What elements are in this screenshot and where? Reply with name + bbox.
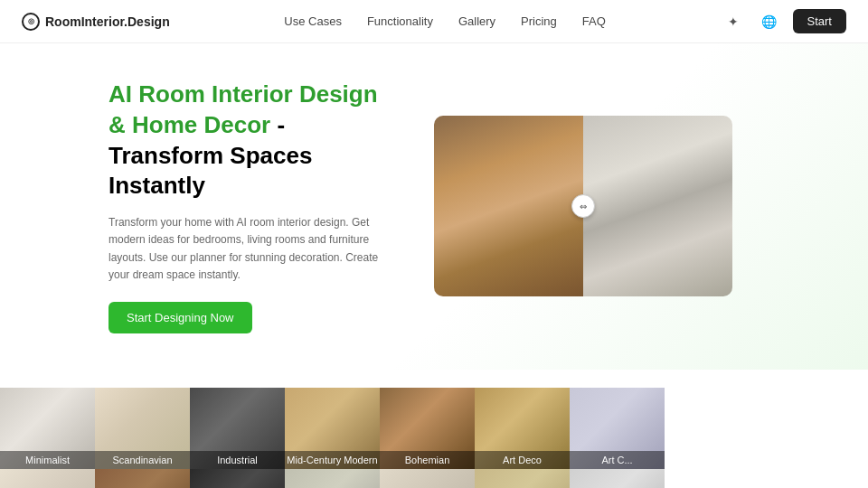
style-card-bg bbox=[190, 469, 285, 488]
style-card-bg bbox=[95, 469, 190, 488]
style-card-bg bbox=[285, 469, 380, 488]
theme-toggle-button[interactable]: ✦ bbox=[721, 9, 746, 34]
before-image bbox=[434, 116, 583, 296]
style-card-traditional[interactable]: Traditional bbox=[95, 469, 190, 488]
nav-functionality[interactable]: Functionality bbox=[367, 14, 433, 28]
navbar: ◎ RoomInterior.Design Use Cases Function… bbox=[0, 0, 868, 43]
style-label: Art Deco bbox=[475, 451, 570, 469]
style-label: Scandinavian bbox=[95, 451, 190, 469]
style-card-industrial[interactable]: Industrial bbox=[190, 388, 285, 469]
brand: ◎ RoomInterior.Design bbox=[22, 13, 170, 31]
nav-gallery[interactable]: Gallery bbox=[458, 14, 495, 28]
nav-pricing[interactable]: Pricing bbox=[521, 14, 557, 28]
nav-links: Use Cases Functionality Gallery Pricing … bbox=[284, 14, 606, 28]
hero-section: AI Room Interior Design & Home Decor - T… bbox=[0, 43, 868, 370]
nav-faq[interactable]: FAQ bbox=[582, 14, 606, 28]
style-label: Industrial bbox=[190, 451, 285, 469]
after-room bbox=[583, 116, 732, 296]
style-label: Mid-Century Modern bbox=[285, 451, 380, 469]
style-card-bg bbox=[475, 469, 570, 488]
style-card-minimalist[interactable]: Minimalist bbox=[0, 388, 95, 469]
style-card-bg bbox=[0, 469, 95, 488]
style-card-co[interactable]: Co... bbox=[570, 469, 665, 488]
style-card-scandinavian[interactable]: Scandinavian bbox=[95, 388, 190, 469]
hero-image-compare: ⇔ bbox=[434, 116, 732, 296]
style-card-farmhouse[interactable]: Farmhouse bbox=[0, 469, 95, 488]
style-card-bg bbox=[380, 469, 475, 488]
hero-title-green: AI Room Interior Design & Home Decor bbox=[108, 80, 378, 138]
styles-row-1: MinimalistScandinavianIndustrialMid-Cent… bbox=[0, 388, 868, 469]
brand-icon: ◎ bbox=[22, 13, 40, 31]
style-card-artdeco[interactable]: Art Deco bbox=[475, 388, 570, 469]
hero-description: Transform your home with AI room interio… bbox=[108, 214, 398, 284]
brand-name: RoomInterior.Design bbox=[45, 14, 170, 29]
style-card-midcenturymodern[interactable]: Mid-Century Modern bbox=[285, 388, 380, 469]
style-card-transitional[interactable]: Transitional bbox=[285, 469, 380, 488]
hero-text: AI Room Interior Design & Home Decor - T… bbox=[108, 80, 398, 333]
style-card-artc[interactable]: Art C... bbox=[570, 388, 665, 469]
start-button[interactable]: Start bbox=[793, 9, 846, 33]
style-label: Bohemian bbox=[380, 451, 475, 469]
styles-row-2: FarmhouseTraditionalModernTransitionalSh… bbox=[0, 469, 868, 488]
after-image bbox=[583, 116, 732, 296]
hero-cta-button[interactable]: Start Designing Now bbox=[108, 302, 252, 333]
style-card-japanesezen[interactable]: Japanese Zen bbox=[475, 469, 570, 488]
style-card-bg bbox=[570, 469, 665, 488]
style-card-shabbychic[interactable]: Shabby Chic bbox=[380, 469, 475, 488]
style-card-bohemian[interactable]: Bohemian bbox=[380, 388, 475, 469]
navbar-right: ✦ 🌐 Start bbox=[721, 9, 846, 34]
nav-use-cases[interactable]: Use Cases bbox=[284, 14, 342, 28]
before-room bbox=[434, 116, 583, 296]
style-label: Art C... bbox=[570, 451, 665, 469]
styles-section: MinimalistScandinavianIndustrialMid-Cent… bbox=[0, 370, 868, 488]
hero-title: AI Room Interior Design & Home Decor - T… bbox=[108, 80, 398, 202]
compare-handle[interactable]: ⇔ bbox=[571, 194, 595, 218]
style-card-modern[interactable]: Modern bbox=[190, 469, 285, 488]
language-button[interactable]: 🌐 bbox=[757, 9, 782, 34]
style-label: Minimalist bbox=[0, 451, 95, 469]
